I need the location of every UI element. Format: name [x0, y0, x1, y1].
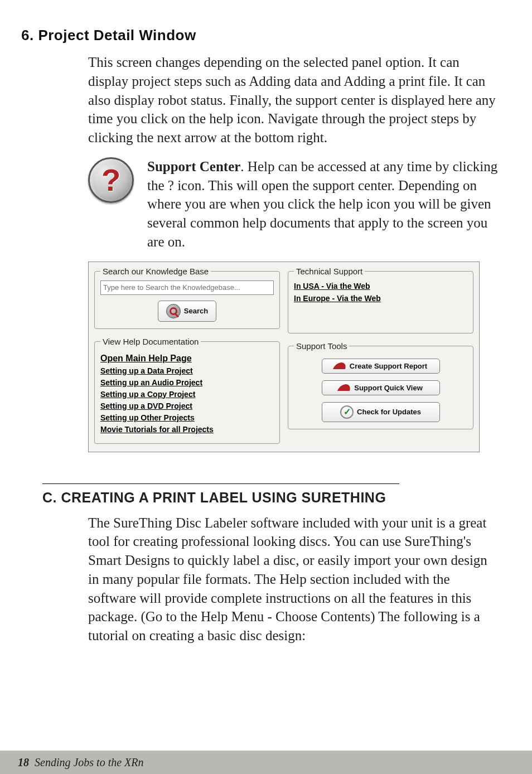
docs-legend: View Help Documentation [100, 337, 201, 346]
page-footer: 18 Sending Jobs to the XRn [0, 751, 532, 774]
doc-link-data-project[interactable]: Setting up a Data Project [100, 366, 274, 375]
doc-link-copy-project[interactable]: Setting up a Copy Project [100, 390, 274, 399]
section-c-heading: C. CREATING A PRINT LABEL USING SURETHIN… [42, 490, 501, 506]
support-center-row: ? Support Center. Help can be accessed a… [88, 157, 501, 251]
check-updates-label: Check for Updates [357, 408, 421, 416]
doc-link-movie-tutorials[interactable]: Movie Tutorials for all Projects [100, 425, 274, 434]
report-icon [333, 362, 347, 369]
help-icon: ? [88, 157, 138, 251]
quickview-icon [337, 384, 352, 391]
section-divider [42, 483, 399, 484]
check-updates-button[interactable]: Check for Updates [322, 402, 440, 422]
support-center-panel: Search our Knowledge Base Search View He… [88, 262, 480, 452]
doc-link-main-help[interactable]: Open Main Help Page [100, 354, 274, 364]
tech-link-usa[interactable]: In USA - Via the Web [294, 282, 467, 291]
tech-link-europe[interactable]: In Europe - Via the Web [294, 294, 467, 303]
doc-link-audio-project[interactable]: Setting up an Audio Project [100, 378, 274, 387]
footer-title: Sending Jobs to the XRn [35, 756, 144, 769]
create-support-report-button[interactable]: Create Support Report [322, 359, 440, 374]
page-number: 18 [18, 756, 29, 769]
kb-legend: Search our Knowledge Base [100, 267, 211, 276]
tools-fieldset: Support Tools Create Support Report Supp… [288, 341, 473, 429]
doc-link-other-projects[interactable]: Setting up Other Projects [100, 413, 274, 422]
question-mark-icon: ? [101, 162, 120, 198]
search-icon [166, 304, 181, 318]
docs-fieldset: View Help Documentation Open Main Help P… [94, 337, 280, 444]
support-quick-view-button[interactable]: Support Quick View [322, 380, 440, 395]
panel-right-col: Technical Support In USA - Via the Web I… [288, 267, 473, 444]
support-quick-view-label: Support Quick View [354, 384, 423, 392]
section-c-para: The SureThing Disc Labeler software incl… [88, 514, 501, 645]
kb-fieldset: Search our Knowledge Base Search [94, 267, 280, 329]
support-center-text: Support Center. Help can be accessed at … [147, 157, 501, 251]
section-6-para: This screen changes depending on the sel… [88, 53, 501, 147]
kb-search-button[interactable]: Search [158, 301, 216, 322]
tech-legend: Technical Support [294, 267, 365, 276]
kb-search-input[interactable] [100, 280, 274, 295]
tech-fieldset: Technical Support In USA - Via the Web I… [288, 267, 473, 333]
doc-link-dvd-project[interactable]: Setting up a DVD Project [100, 401, 274, 410]
support-center-bold: Support Center [147, 159, 240, 174]
tools-legend: Support Tools [294, 341, 349, 351]
create-support-report-label: Create Support Report [350, 362, 427, 370]
check-icon [340, 405, 354, 419]
panel-left-col: Search our Knowledge Base Search View He… [94, 267, 280, 444]
section-6-heading: 6. Project Detail Window [21, 27, 501, 44]
kb-search-label: Search [184, 307, 208, 315]
